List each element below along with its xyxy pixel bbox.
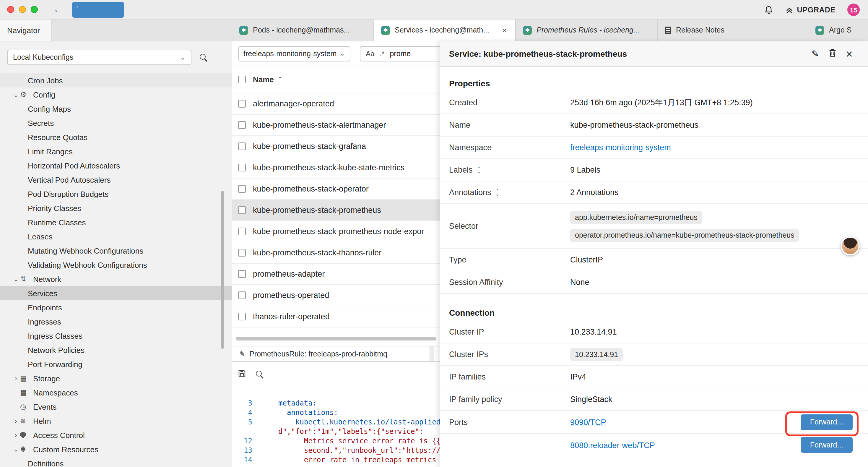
- select-all-checkbox[interactable]: [238, 76, 246, 83]
- sidebar-item[interactable]: Resource Quotas: [0, 130, 231, 144]
- row-checkbox[interactable]: [238, 100, 246, 108]
- forward-button-8080[interactable]: Forward...: [801, 437, 852, 453]
- table-row[interactable]: kube-prometheus-stack-kube-state-metrics: [232, 157, 440, 178]
- sidebar-item[interactable]: Mutating Webhook Configurations: [0, 243, 231, 258]
- close-icon[interactable]: ×: [846, 48, 852, 59]
- yaml-editor[interactable]: 3 metadata: 4 annotations: 5 kubectl.kub…: [232, 387, 440, 467]
- namespace-link[interactable]: freeleaps-monitoring-system: [570, 143, 671, 152]
- name-label: Name: [449, 121, 570, 129]
- editor-search-icon[interactable]: [256, 370, 264, 378]
- window-close-button[interactable]: [7, 6, 14, 13]
- delete-icon[interactable]: [829, 48, 837, 59]
- row-checkbox[interactable]: [238, 143, 246, 150]
- table-row[interactable]: prometheus-operated: [232, 285, 440, 306]
- row-checkbox[interactable]: [238, 185, 246, 193]
- namespace-filter-dropdown[interactable]: freeleaps-monitoring-system ⌄: [238, 46, 350, 61]
- user-avatar[interactable]: [841, 236, 860, 255]
- sidebar-item[interactable]: Pod Disruption Budgets: [0, 187, 231, 201]
- sidebar-item[interactable]: Port Forwarding: [0, 357, 231, 371]
- app-tab[interactable]: ✱ Prometheus Rules - icecheng...: [516, 20, 658, 41]
- table-row[interactable]: kube-prometheus-stack-operator: [232, 178, 440, 200]
- sidebar-item[interactable]: ⌄ Network: [0, 272, 231, 286]
- sidebar-item[interactable]: Namespaces: [0, 385, 231, 400]
- notification-count-badge[interactable]: 15: [847, 4, 860, 16]
- sidebar-item[interactable]: Definitions: [0, 456, 231, 467]
- sidebar-item[interactable]: Services: [0, 286, 231, 300]
- edit-icon[interactable]: ✎: [812, 49, 819, 59]
- sidebar-item[interactable]: Network Policies: [0, 343, 231, 357]
- row-checkbox[interactable]: [238, 313, 246, 320]
- sidebar-item[interactable]: ⌄ Custom Resources: [0, 442, 231, 456]
- dock-tab-prometheusrule[interactable]: ✎ PrometheusRule: freeleaps-prod-rabbitm…: [232, 346, 430, 361]
- sidebar-scrollbar[interactable]: [221, 191, 224, 349]
- sidebar-item[interactable]: › Helm: [0, 414, 231, 428]
- app-tab[interactable]: ✱ Services - icecheng@math... ×: [374, 20, 516, 41]
- table-horizontal-scrollbar[interactable]: [236, 337, 436, 341]
- sidebar-item[interactable]: › Storage: [0, 371, 231, 385]
- table-row[interactable]: kube-prometheus-stack-prometheus-node-ex…: [232, 221, 440, 242]
- sidebar-item[interactable]: Config Maps: [0, 102, 231, 116]
- sidebar-item-label: Vertical Pod Autoscalers: [28, 175, 111, 184]
- row-checkbox[interactable]: [238, 206, 246, 214]
- save-icon[interactable]: [238, 369, 246, 380]
- type-row: Type ClusterIP: [440, 249, 868, 271]
- app-tab[interactable]: ✱ Release Notes: [658, 20, 808, 41]
- table-row[interactable]: kube-prometheus-stack-thanos-ruler: [232, 242, 440, 264]
- column-header-name[interactable]: Name: [253, 75, 274, 84]
- sidebar-item[interactable]: Validating Webhook Configurations: [0, 258, 231, 272]
- expander-icon[interactable]: ⌄: [12, 275, 20, 283]
- sidebar-item[interactable]: Endpoints: [0, 300, 231, 315]
- row-checkbox[interactable]: [238, 121, 246, 129]
- sidebar-item[interactable]: ⌄ Config: [0, 87, 231, 102]
- match-case-toggle[interactable]: Aa: [366, 49, 374, 58]
- row-checkbox[interactable]: [238, 164, 246, 171]
- tab-close-icon[interactable]: ×: [501, 25, 508, 35]
- regex-toggle[interactable]: .*: [380, 49, 384, 58]
- port-link-8080[interactable]: 8080:reloader-web/TCP: [570, 441, 655, 449]
- sidebar-item[interactable]: › Access Control: [0, 428, 231, 442]
- expand-toggle-icon[interactable]: ⌃⌄: [495, 189, 499, 195]
- forward-button[interactable]: →: [72, 1, 124, 18]
- table-row[interactable]: kube-prometheus-stack-prometheus: [232, 200, 440, 221]
- sidebar-item[interactable]: Runtime Classes: [0, 215, 231, 229]
- tab-label: Release Notes: [676, 26, 801, 34]
- sidebar-item[interactable]: Priority Classes: [0, 201, 231, 215]
- table-row[interactable]: thanos-ruler-operated: [232, 306, 440, 327]
- table-row[interactable]: prometheus-adapter: [232, 264, 440, 285]
- forward-button-9090[interactable]: Forward...: [801, 414, 852, 430]
- sidebar-item[interactable]: Limit Ranges: [0, 144, 231, 158]
- expander-icon[interactable]: ›: [12, 432, 20, 439]
- sidebar-item[interactable]: Horizontal Pod Autoscalers: [0, 158, 231, 173]
- sidebar-search-icon[interactable]: [200, 54, 208, 61]
- sidebar-item[interactable]: Vertical Pod Autoscalers: [0, 173, 231, 187]
- row-checkbox[interactable]: [238, 291, 246, 299]
- upgrade-button[interactable]: UPGRADE: [785, 6, 836, 14]
- expander-icon[interactable]: ⌄: [12, 445, 20, 453]
- window-zoom-button[interactable]: [31, 6, 38, 13]
- app-tab[interactable]: ✱ Pods - icecheng@mathmas...: [232, 20, 374, 41]
- app-tab[interactable]: ✱ Argo S: [808, 20, 868, 41]
- window-minimize-button[interactable]: [19, 6, 26, 13]
- notifications-bell-icon[interactable]: [764, 5, 773, 14]
- sidebar-item[interactable]: Cron Jobs: [0, 73, 231, 87]
- row-checkbox[interactable]: [238, 270, 246, 278]
- sidebar-item[interactable]: Secrets: [0, 116, 231, 130]
- back-button[interactable]: ←: [53, 4, 63, 15]
- expander-icon[interactable]: ›: [12, 417, 20, 425]
- sidebar-item[interactable]: Ingresses: [0, 315, 231, 329]
- sidebar-item[interactable]: Leases: [0, 229, 231, 243]
- table-search-input[interactable]: Aa .* prome: [360, 46, 440, 61]
- port-link-9090[interactable]: 9090/TCP: [570, 418, 606, 427]
- expand-toggle-icon[interactable]: ⌃⌄: [477, 167, 481, 173]
- table-row[interactable]: kube-prometheus-stack-grafana: [232, 136, 440, 157]
- row-checkbox[interactable]: [238, 249, 246, 257]
- sidebar-item[interactable]: Ingress Classes: [0, 329, 231, 343]
- row-checkbox[interactable]: [238, 228, 246, 235]
- table-row[interactable]: kube-prometheus-stack-alertmanager: [232, 115, 440, 136]
- expander-icon[interactable]: ⌄: [12, 91, 20, 98]
- dock-tab-next[interactable]: ✎: [434, 346, 440, 361]
- table-row[interactable]: alertmanager-operated: [232, 93, 440, 115]
- kubeconfig-selector[interactable]: Local Kubeconfigs ⌄: [7, 50, 191, 65]
- expander-icon[interactable]: ›: [12, 375, 20, 382]
- sidebar-item[interactable]: Events: [0, 400, 231, 414]
